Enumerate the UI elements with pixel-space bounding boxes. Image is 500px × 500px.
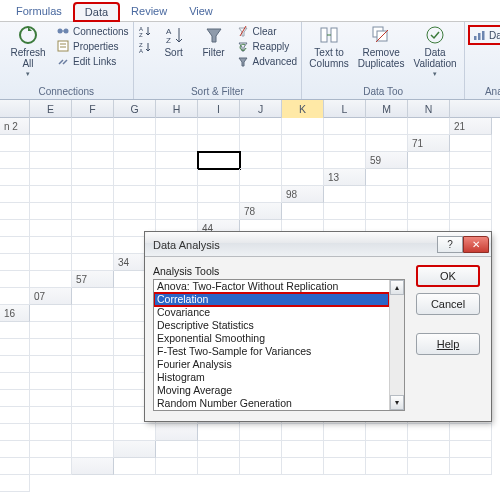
cell[interactable] xyxy=(366,169,408,186)
list-item[interactable]: Moving Average xyxy=(154,384,389,397)
col-header[interactable]: H xyxy=(156,100,198,118)
cell[interactable] xyxy=(30,237,72,254)
cell[interactable] xyxy=(72,424,114,441)
cell[interactable] xyxy=(30,118,72,135)
cell[interactable] xyxy=(30,186,72,203)
list-item[interactable]: Correlation xyxy=(154,293,389,306)
cell[interactable] xyxy=(72,186,114,203)
cell[interactable] xyxy=(30,254,72,271)
cell[interactable] xyxy=(30,203,72,220)
cell[interactable] xyxy=(408,441,450,458)
cell[interactable] xyxy=(72,339,114,356)
cell[interactable] xyxy=(0,271,30,288)
scroll-up-icon[interactable]: ▴ xyxy=(390,280,404,295)
row-label-cell[interactable]: 78 xyxy=(240,203,282,220)
properties-button[interactable]: Properties xyxy=(56,39,129,53)
cell[interactable] xyxy=(0,169,30,186)
list-item[interactable]: Covariance xyxy=(154,306,389,319)
cell[interactable] xyxy=(0,339,30,356)
data-analysis-button[interactable]: Data Analysis xyxy=(469,26,500,44)
cell[interactable] xyxy=(198,424,240,441)
cell[interactable] xyxy=(198,186,240,203)
cell[interactable] xyxy=(72,407,114,424)
cell[interactable] xyxy=(114,152,156,169)
row-label-cell[interactable]: 16 xyxy=(0,305,30,322)
col-header[interactable]: E xyxy=(30,100,72,118)
cell[interactable] xyxy=(72,356,114,373)
cell[interactable] xyxy=(408,424,450,441)
cell[interactable] xyxy=(30,220,72,237)
cell[interactable] xyxy=(408,203,450,220)
remove-duplicates-button[interactable]: Remove Duplicates xyxy=(356,24,406,69)
tab-formulas[interactable]: Formulas xyxy=(6,3,72,21)
cell[interactable] xyxy=(114,135,156,152)
connections-button[interactable]: Connections xyxy=(56,24,129,38)
cell[interactable] xyxy=(30,390,72,407)
cancel-button[interactable]: Cancel xyxy=(416,293,480,315)
cell[interactable] xyxy=(198,441,240,458)
row-label-cell[interactable]: 57 xyxy=(72,271,114,288)
cell[interactable] xyxy=(0,475,30,492)
cell[interactable] xyxy=(114,424,156,441)
cell[interactable] xyxy=(408,118,450,135)
cell[interactable] xyxy=(240,152,282,169)
advanced-button[interactable]: Advanced xyxy=(236,54,297,68)
ok-button[interactable]: OK xyxy=(416,265,480,287)
row-label-cell[interactable] xyxy=(156,424,198,441)
cell[interactable] xyxy=(366,118,408,135)
cell[interactable] xyxy=(156,186,198,203)
list-item[interactable]: Random Number Generation xyxy=(154,397,389,410)
cell[interactable] xyxy=(72,254,114,271)
cell[interactable] xyxy=(30,322,72,339)
cell[interactable] xyxy=(30,441,72,458)
cell[interactable] xyxy=(240,118,282,135)
row-label-cell[interactable]: 13 xyxy=(324,169,366,186)
cell[interactable] xyxy=(114,458,156,475)
column-headers[interactable]: E F G H I J K L M N xyxy=(0,100,500,118)
cell[interactable] xyxy=(324,424,366,441)
cell[interactable] xyxy=(198,118,240,135)
cell[interactable] xyxy=(30,407,72,424)
cell[interactable] xyxy=(30,339,72,356)
cell[interactable] xyxy=(72,237,114,254)
cell[interactable] xyxy=(30,373,72,390)
row-label-cell[interactable]: n 2 xyxy=(0,118,30,135)
cell[interactable] xyxy=(324,441,366,458)
cell[interactable] xyxy=(0,152,30,169)
analysis-tools-listbox[interactable]: Anova: Two-Factor Without ReplicationCor… xyxy=(153,279,405,411)
row-label-cell[interactable]: 71 xyxy=(408,135,450,152)
cell[interactable] xyxy=(72,322,114,339)
row-label-cell[interactable]: 07 xyxy=(30,288,72,305)
cell[interactable] xyxy=(72,152,114,169)
cell[interactable] xyxy=(408,169,450,186)
cell[interactable] xyxy=(282,118,324,135)
cell[interactable] xyxy=(366,458,408,475)
cell[interactable] xyxy=(0,373,30,390)
cell[interactable] xyxy=(198,458,240,475)
text-to-columns-button[interactable]: Text to Columns xyxy=(306,24,352,69)
cell[interactable] xyxy=(0,203,30,220)
cell[interactable] xyxy=(0,441,30,458)
cell[interactable] xyxy=(450,135,492,152)
cell[interactable] xyxy=(72,288,114,305)
cell[interactable] xyxy=(366,186,408,203)
cell[interactable] xyxy=(72,135,114,152)
data-validation-button[interactable]: Data Validation ▾ xyxy=(410,24,460,78)
refresh-all-button[interactable]: Refresh All ▾ xyxy=(4,24,52,78)
cell[interactable] xyxy=(450,458,492,475)
cell[interactable] xyxy=(240,441,282,458)
cell[interactable] xyxy=(30,271,72,288)
cell[interactable] xyxy=(450,152,492,169)
col-header[interactable]: L xyxy=(324,100,366,118)
cell[interactable] xyxy=(114,118,156,135)
cell[interactable] xyxy=(0,458,30,475)
row-label-cell[interactable]: 98 xyxy=(282,186,324,203)
cell[interactable] xyxy=(198,169,240,186)
cell[interactable] xyxy=(156,152,198,169)
cell[interactable] xyxy=(198,203,240,220)
cell[interactable] xyxy=(0,390,30,407)
col-header[interactable]: G xyxy=(114,100,156,118)
cell[interactable] xyxy=(30,356,72,373)
cell[interactable] xyxy=(30,169,72,186)
cell[interactable] xyxy=(72,118,114,135)
